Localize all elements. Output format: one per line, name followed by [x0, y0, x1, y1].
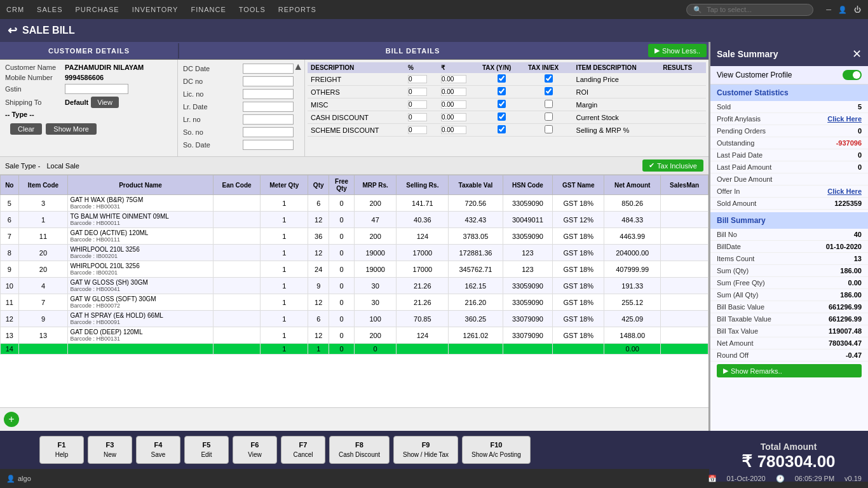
row-ean: [213, 195, 261, 212]
row-product: GAT H WAX (B&R) 75GM Barcode : HB00031: [68, 195, 213, 212]
back-arrow-icon[interactable]: ↩: [8, 24, 17, 37]
f10-show-posting-button[interactable]: F10 Show A/c Posting: [462, 436, 531, 463]
f3-new-button[interactable]: F3 New: [88, 436, 132, 463]
add-row-bar: +: [0, 407, 709, 431]
table-row[interactable]: 13 13 GAT DEO (DEEP) 120ML Barcode : HB0…: [1, 327, 709, 344]
f1-help-button[interactable]: F1 Help: [39, 436, 84, 463]
type-row: -- Type --: [5, 111, 172, 118]
f8-cash-discount-button[interactable]: F8 Cash Discount: [329, 436, 390, 463]
row-qty: 36: [308, 228, 329, 245]
clear-button[interactable]: Clear: [10, 123, 42, 135]
table-row[interactable]: 6 1 TG BALM WHITE OINMENT 09ML Barcode :…: [1, 212, 709, 228]
row-free-qty: 0: [329, 344, 355, 355]
tax-pct-cell[interactable]: [405, 98, 438, 111]
tax-inex-cell[interactable]: [525, 73, 573, 86]
tax-yn-cell[interactable]: [479, 124, 525, 137]
add-row-button[interactable]: +: [4, 412, 19, 427]
minimize-icon[interactable]: ─: [826, 6, 832, 13]
f6-view-button[interactable]: F6 View: [233, 436, 277, 463]
row-taxable: 1261.02: [449, 327, 503, 344]
tax-amt-cell[interactable]: [438, 86, 479, 98]
so-date-input[interactable]: [243, 140, 294, 150]
lr-date-label: Lr. Date: [183, 103, 240, 111]
power-icon[interactable]: ⏻: [854, 6, 862, 13]
dc-no-input[interactable]: [243, 76, 294, 86]
tax-pct-cell[interactable]: [405, 111, 438, 124]
table-row[interactable]: 8 20 WHIRLPOOL 210L 3256 Barcode : IB002…: [1, 245, 709, 261]
date-time-info: 📅 01-Oct-2020 🕐 06:05:29 PM v0.19: [708, 475, 862, 483]
right-panel: Sale Summary ✕ View Customer Profile Cus…: [709, 42, 868, 431]
search-box[interactable]: 🔍: [686, 4, 813, 16]
tax-inex-cell[interactable]: [525, 124, 573, 137]
f4-save-button[interactable]: F4 Save: [136, 436, 180, 463]
stat-offer-in-value[interactable]: Click Here: [827, 187, 862, 195]
show-more-button[interactable]: Show More: [46, 123, 97, 135]
tax-pct-cell[interactable]: [405, 124, 438, 137]
mobile-number-label: Mobile Number: [5, 74, 62, 81]
row-net: 204000.00: [604, 245, 661, 261]
table-row[interactable]: 5 3 GAT H WAX (B&R) 75GM Barcode : HB000…: [1, 195, 709, 212]
menu-finance[interactable]: FINANCE: [191, 6, 226, 13]
f7-cancel-button[interactable]: F7 Cancel: [281, 436, 325, 463]
tax-yn-cell[interactable]: [479, 73, 525, 86]
menu-purchase[interactable]: PURCHASE: [76, 6, 119, 13]
lic-no-label: Lic. no: [183, 90, 240, 98]
menu-sales[interactable]: SALES: [37, 6, 62, 13]
tax-amt-cell[interactable]: [438, 73, 479, 86]
tax-inex-cell[interactable]: [525, 111, 573, 124]
row-meter-qty: 1: [261, 245, 308, 261]
tax-yn-cell[interactable]: [479, 98, 525, 111]
show-less-button[interactable]: ▶ Show Less..: [648, 44, 707, 57]
menu-tools[interactable]: TOOLS: [239, 6, 266, 13]
tax-amt-cell[interactable]: [438, 111, 479, 124]
profile-icon[interactable]: 👤: [838, 6, 848, 14]
row-free-qty: 0: [329, 311, 355, 327]
row-meter-qty: 1: [261, 261, 308, 278]
tax-inex-cell[interactable]: [525, 86, 573, 98]
view-button[interactable]: View: [91, 97, 119, 108]
bill-tax-value-row: Bill Tax Value 119007.48: [710, 325, 868, 337]
tax-pct-cell[interactable]: [405, 73, 438, 86]
table-row[interactable]: 7 11 GAT DEO (ACTIVE) 120ML Barcode : HB…: [1, 228, 709, 245]
tax-pct-cell[interactable]: [405, 86, 438, 98]
tax-inex-cell[interactable]: [525, 98, 573, 111]
tax-amt-cell[interactable]: [438, 124, 479, 137]
tax-yn-cell[interactable]: [479, 111, 525, 124]
results-cell: [660, 98, 706, 111]
menu-reports[interactable]: REPORTS: [278, 6, 316, 13]
menu-crm[interactable]: CRM: [6, 6, 24, 13]
close-button[interactable]: ✕: [852, 47, 862, 61]
stat-sold-amount-row: Sold Amount 1225359: [710, 198, 868, 210]
gstin-input[interactable]: [65, 84, 128, 94]
scroll-up-icon[interactable]: ▲: [293, 61, 303, 72]
toggle-switch[interactable]: [843, 70, 862, 80]
show-remarks-button[interactable]: ▶ Show Remarks..: [717, 364, 862, 377]
lr-date-input[interactable]: [243, 102, 294, 112]
table-row[interactable]: 14 1 1 0 0 0.00: [1, 344, 709, 355]
stat-profit-value[interactable]: Click Here: [827, 115, 862, 123]
table-row[interactable]: 10 4 GAT W GLOSS (SH) 30GM Barcode : HB0…: [1, 278, 709, 294]
table-row[interactable]: 11 7 GAT W GLOSS (SOFT) 30GM Barcode : H…: [1, 294, 709, 311]
items-table-container[interactable]: No Item Code Product Name Ean Code Meter…: [0, 175, 709, 407]
row-selling: [397, 344, 449, 355]
dc-date-input[interactable]: [243, 64, 294, 74]
f5-edit-button[interactable]: F5 Edit: [184, 436, 229, 463]
results-cell: [660, 73, 706, 86]
row-ean: [213, 278, 261, 294]
tax-yn-cell[interactable]: [479, 86, 525, 98]
f9-show-hide-tax-button[interactable]: F9 Show / Hide Tax: [393, 436, 458, 463]
tax-inclusive-button[interactable]: ✔ Tax Inclusive: [642, 159, 703, 172]
lr-no-input[interactable]: [243, 114, 294, 125]
search-input[interactable]: [707, 6, 802, 13]
lic-no-input[interactable]: [243, 89, 294, 99]
view-customer-profile-row[interactable]: View Customer Profile: [710, 66, 868, 85]
stat-sold-amount-label: Sold Amount: [717, 200, 756, 207]
row-product: TG BALM WHITE OINMENT 09ML Barcode : HB0…: [68, 212, 213, 228]
row-salesman: [661, 311, 709, 327]
table-row[interactable]: 12 9 GAT H SPRAY (E& HOLD) 66ML Barcode …: [1, 311, 709, 327]
menu-inventory[interactable]: INVENTORY: [132, 6, 179, 13]
so-no-input[interactable]: [243, 127, 294, 137]
tax-amt-cell[interactable]: [438, 98, 479, 111]
table-row[interactable]: 9 20 WHIRLPOOL 210L 3256 Barcode : IB002…: [1, 261, 709, 278]
row-ean: [213, 327, 261, 344]
